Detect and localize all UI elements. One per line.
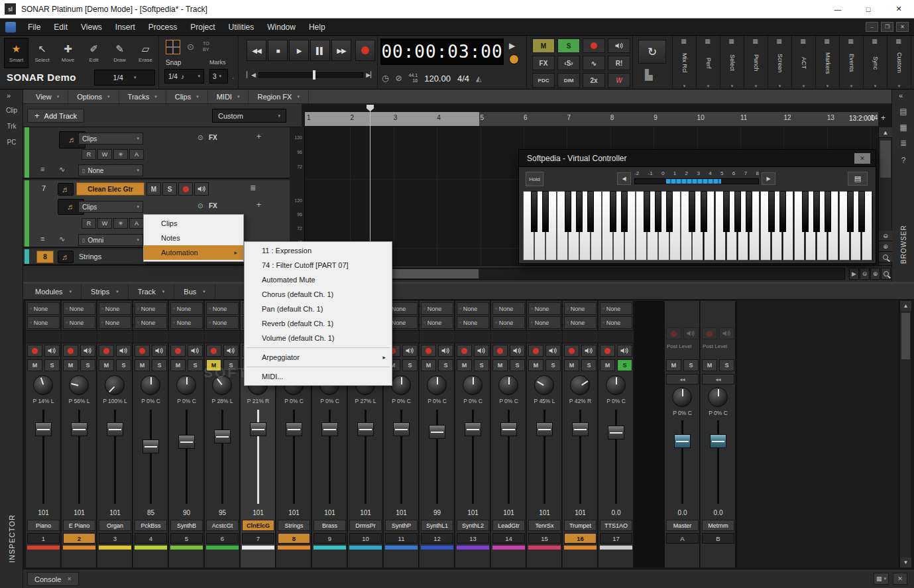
fx-send-slot[interactable]: ▫None <box>206 302 239 315</box>
context-submenu-item[interactable]: MIDI... <box>245 369 392 384</box>
zoom-tool-button[interactable] <box>879 252 892 263</box>
window-maximize-button[interactable]: □ <box>853 0 884 18</box>
piano-black-key[interactable] <box>734 191 741 232</box>
record-arm-button[interactable] <box>457 345 472 357</box>
context-submenu-item[interactable]: Arpeggiator▸ <box>245 350 392 365</box>
input-echo-button[interactable] <box>80 345 95 357</box>
pan-knob[interactable] <box>69 375 89 395</box>
fader-handle[interactable] <box>393 422 410 436</box>
clock-icon[interactable]: ◷ <box>382 74 388 83</box>
global-record-button[interactable] <box>583 38 605 53</box>
track-menu-icon[interactable]: ≡ <box>40 235 44 243</box>
input-echo-button[interactable] <box>581 345 597 357</box>
rail-tab-pc[interactable]: PC <box>0 139 23 146</box>
mute-button[interactable]: M <box>27 359 42 371</box>
fx-send-slot[interactable]: ▫None <box>528 302 561 315</box>
track-record-arm-button[interactable] <box>178 182 193 196</box>
volume-fader[interactable] <box>527 407 562 506</box>
module-perf[interactable]: ▦Perf▾ <box>697 36 720 89</box>
solo-button[interactable]: S <box>438 359 453 371</box>
pan-knob[interactable] <box>141 375 160 395</box>
pan-knob[interactable] <box>33 375 53 395</box>
module-mix-rcl[interactable]: ▦Mix Rcl▾ <box>673 36 697 89</box>
module-screen[interactable]: ▦Screen▾ <box>768 36 792 89</box>
ribbon-menu-midi[interactable]: MIDI▾ <box>208 89 249 103</box>
fader-handle[interactable] <box>572 422 589 436</box>
expand-browser-icon[interactable]: « <box>899 91 903 99</box>
automation-button[interactable]: R <box>82 218 96 229</box>
mute-button[interactable]: M <box>63 359 78 371</box>
piano-black-key[interactable] <box>610 191 616 232</box>
piano-black-key[interactable] <box>542 191 549 232</box>
input-dropdown[interactable]: ▯ Omni ▾ <box>78 234 143 246</box>
menu-process[interactable]: Process <box>142 19 184 36</box>
meter-options-icon[interactable]: ◂◂ <box>702 374 734 384</box>
solo-button[interactable]: S <box>683 359 699 371</box>
pdc-button[interactable]: PDC <box>532 73 555 88</box>
volume-fader[interactable] <box>348 407 383 506</box>
volume-fader[interactable] <box>455 407 490 506</box>
virtual-controller-window[interactable]: Softpedia - Virtual Controller ✕ Hold ◀ … <box>518 149 876 264</box>
piano-black-key[interactable] <box>802 191 809 232</box>
input-echo-button[interactable] <box>438 345 453 357</box>
menu-project[interactable]: Project <box>184 19 221 36</box>
fx-send-slot[interactable]: ▫None <box>421 302 453 315</box>
record-arm-button[interactable] <box>528 345 543 357</box>
zoom-in-button[interactable]: ⊕ <box>870 268 880 280</box>
volume-fader[interactable] <box>97 407 133 506</box>
scrollbar-thumb[interactable] <box>880 141 891 178</box>
volume-fader[interactable] <box>599 407 634 506</box>
input-echo-button[interactable] <box>719 327 734 339</box>
track-solo-button[interactable]: S <box>162 182 177 196</box>
metronome-icon[interactable]: ◭ <box>476 74 481 83</box>
automation-button[interactable]: ✳ <box>113 149 128 160</box>
record-arm-button[interactable] <box>702 327 717 339</box>
piano-black-key[interactable] <box>723 191 730 232</box>
fx-send-slot[interactable]: ▫None <box>170 302 203 315</box>
input-echo-button[interactable] <box>510 345 525 357</box>
record-standby-button[interactable] <box>509 54 519 64</box>
fader-handle[interactable] <box>536 422 553 436</box>
fader-handle[interactable] <box>500 422 517 436</box>
fx-send-slot[interactable]: ▫None <box>99 302 131 315</box>
record-arm-button[interactable] <box>666 327 681 339</box>
fader-handle[interactable] <box>321 422 338 436</box>
media-panel-icon[interactable]: ▤ <box>892 107 914 116</box>
child-restore-button[interactable]: ❐ <box>881 22 893 32</box>
fader-handle[interactable] <box>465 422 481 436</box>
piano-black-key[interactable] <box>565 191 571 232</box>
fx-send-slot[interactable]: ▫None <box>63 316 95 329</box>
fx-send-slot[interactable]: ▫None <box>528 316 561 329</box>
record-arm-button[interactable] <box>135 345 150 357</box>
scroll-right-button[interactable]: ▶ <box>849 268 859 280</box>
ribbon-menu-options[interactable]: Options▾ <box>68 89 119 103</box>
menu-insert[interactable]: Insert <box>109 19 142 36</box>
ribbon-menu-tracks[interactable]: Tracks▾ <box>119 89 166 103</box>
solo-button[interactable]: S <box>116 359 131 371</box>
fader-handle[interactable] <box>710 434 726 448</box>
piano-black-key[interactable] <box>587 191 594 232</box>
volume-fader[interactable] <box>26 407 61 506</box>
r-exclam-button[interactable]: R! <box>608 56 630 70</box>
tempo-display[interactable]: 120.00 <box>424 74 451 84</box>
track-icon[interactable]: ♬ <box>58 251 74 263</box>
input-echo-button[interactable] <box>617 345 632 357</box>
module-act[interactable]: ▦ACT▾ <box>792 36 816 89</box>
fx-send-slot[interactable]: ▫None <box>457 302 489 315</box>
piano-black-key[interactable] <box>621 191 628 232</box>
workspace-dropdown[interactable]: Custom ▾ <box>212 109 286 123</box>
record-arm-button[interactable] <box>421 345 436 357</box>
timeline-ruler[interactable]: 13:2:000 + 1234567891011121314 <box>302 104 891 127</box>
volume-fader[interactable] <box>665 418 700 506</box>
solo-button[interactable]: S <box>581 359 597 371</box>
fader-handle[interactable] <box>250 422 266 436</box>
fader-handle[interactable] <box>286 422 302 436</box>
ribbon-menu-region-fx[interactable]: Region FX▾ <box>249 89 309 103</box>
window-minimize-button[interactable]: — <box>823 0 853 18</box>
track-mute-button[interactable]: M <box>146 182 161 196</box>
fx-send-slot[interactable]: ▫None <box>27 302 60 315</box>
mini-play-icon[interactable]: ▶ <box>509 41 515 50</box>
console-menu-track[interactable]: Track▾ <box>129 284 175 299</box>
record-arm-button[interactable] <box>492 345 508 357</box>
automation-button[interactable]: W <box>97 218 112 229</box>
